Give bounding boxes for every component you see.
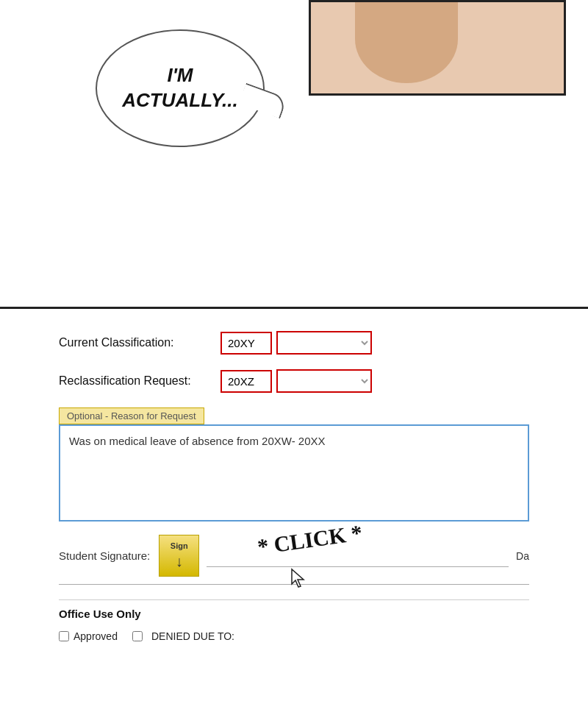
optional-label: Optional - Reason for Request — [59, 407, 204, 424]
reason-textarea-wrapper: Was on medical leave of absence from 20X… — [59, 424, 529, 521]
current-classification-fields — [220, 331, 372, 355]
form-section: Current Classification: Reclassification… — [0, 309, 588, 672]
denied-checkbox[interactable] — [132, 631, 143, 641]
approved-checkbox[interactable] — [59, 631, 69, 641]
office-checkboxes: Approved DENIED DUE TO: — [59, 630, 529, 642]
reason-textarea[interactable]: Was on medical leave of absence from 20X… — [59, 426, 529, 521]
reclassification-request-row: Reclassification Request: — [59, 369, 529, 393]
office-use-title: Office Use Only — [59, 608, 529, 620]
denied-label: DENIED DUE TO: — [151, 630, 234, 642]
sign-button[interactable]: Sign ↓ — [159, 535, 199, 577]
reclassification-dropdown[interactable] — [276, 369, 372, 393]
office-use-section: Office Use Only Approved DENIED DUE TO: — [59, 599, 529, 642]
denied-checkbox-item: DENIED DUE TO: — [132, 630, 234, 642]
sign-download-icon: ↓ — [176, 553, 183, 570]
student-signature-label: Student Signature: — [59, 549, 150, 562]
speech-text-line1: I'M — [167, 63, 193, 88]
signature-container: Student Signature: Sign ↓ Da * CLICK * — [59, 535, 529, 585]
current-classification-label: Current Classification: — [59, 336, 220, 349]
sign-button-label: Sign — [171, 541, 188, 550]
date-label: Da — [516, 550, 529, 562]
speech-bubble-tail — [239, 83, 288, 119]
approved-checkbox-item: Approved — [59, 630, 118, 642]
speech-bubble: I'M ACTUALLY... — [96, 29, 265, 147]
manga-panel — [309, 0, 566, 96]
comic-panel-section: I'M ACTUALLY... — [0, 0, 588, 309]
reclassification-request-label: Reclassification Request: — [59, 374, 220, 388]
approved-label: Approved — [74, 630, 118, 642]
reclassification-year-input[interactable] — [220, 370, 272, 393]
reclassification-fields — [220, 369, 372, 393]
signature-row: Student Signature: Sign ↓ Da — [59, 535, 529, 585]
signature-line — [207, 545, 509, 567]
speech-text-line2: ACTUALLY... — [122, 88, 237, 113]
current-classification-row: Current Classification: — [59, 331, 529, 355]
current-classification-dropdown[interactable] — [276, 331, 372, 355]
current-classification-year-input[interactable] — [220, 332, 272, 355]
optional-label-wrapper: Optional - Reason for Request — [59, 407, 529, 424]
